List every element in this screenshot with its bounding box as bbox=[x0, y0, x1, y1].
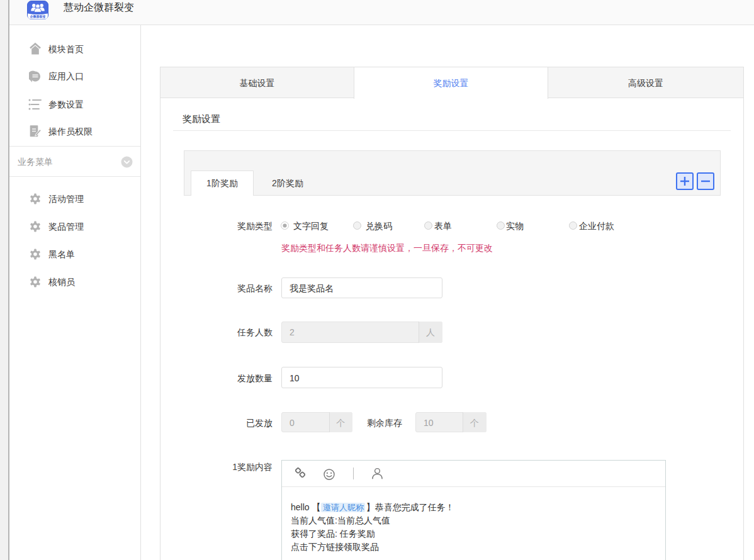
svg-text:企微群裂变: 企微群裂变 bbox=[30, 14, 46, 19]
